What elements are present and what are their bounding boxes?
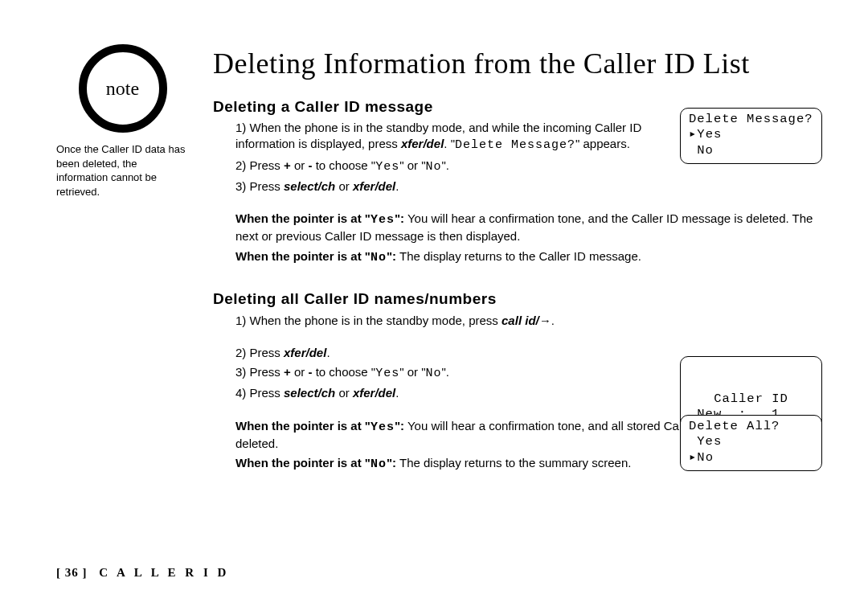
lcd-delete-message: Delete Message? ▸Yes No xyxy=(680,108,822,164)
lcd-line: Caller ID xyxy=(689,392,813,407)
text: . xyxy=(551,314,555,327)
text: ". xyxy=(442,365,450,379)
lcd-text: Yes xyxy=(371,420,395,434)
text: When the pointer is at " xyxy=(235,419,371,433)
text: ". xyxy=(442,158,450,172)
text: When the pointer is at " xyxy=(235,211,371,225)
text: 4) Press xyxy=(235,386,284,400)
text: The display returns to the summary scree… xyxy=(396,456,631,470)
page-title: Deleting Information from the Caller ID … xyxy=(213,44,816,84)
text: 2) Press xyxy=(235,158,284,172)
key-select-ch: select/ch xyxy=(284,386,335,400)
page-number: [ 36 ] xyxy=(56,566,88,579)
text: or xyxy=(291,365,309,379)
text: ": xyxy=(387,249,396,263)
note-text: Once the Caller ID data has been deleted… xyxy=(56,142,189,199)
text: or xyxy=(335,179,353,193)
section-label: C A L L E R I D xyxy=(92,566,229,579)
b-step-1: 1) When the phone is in the standby mode… xyxy=(235,313,816,329)
section-heading-delete-all: Deleting all Caller ID names/numbers xyxy=(213,289,816,310)
a-step-1: 1) When the phone is in the standby mode… xyxy=(235,120,678,154)
text: " or " xyxy=(399,365,425,379)
text: to choose " xyxy=(312,365,375,379)
text: ": xyxy=(395,211,404,225)
key-xfer-del: xfer/del xyxy=(353,179,395,193)
key-plus: + xyxy=(284,365,291,379)
lcd-text: No xyxy=(426,367,442,380)
lcd-text: Yes xyxy=(371,213,395,227)
text: . xyxy=(395,386,399,400)
text: 3) Press xyxy=(235,179,284,193)
key-plus: + xyxy=(284,158,291,172)
text: 1) When the phone is in the standby mode… xyxy=(235,314,502,327)
text: When the pointer is at " xyxy=(235,249,371,263)
page-footer: [ 36 ] C A L L E R I D xyxy=(56,564,229,580)
text: . xyxy=(326,346,330,359)
text: " appears. xyxy=(575,137,630,150)
text: " or " xyxy=(399,158,425,172)
lcd-text: Delete Message? xyxy=(455,138,575,152)
a-step-3: 3) Press select/ch or xfer/del. xyxy=(235,178,816,195)
key-xfer-del: xfer/del xyxy=(284,346,326,359)
text: ": xyxy=(395,419,404,433)
text: or xyxy=(335,386,353,400)
text: ": xyxy=(387,456,396,470)
text: or xyxy=(291,158,309,172)
note-badge-label: note xyxy=(106,76,139,101)
text: 2) Press xyxy=(235,346,284,359)
text: . " xyxy=(444,137,455,150)
key-xfer-del: xfer/del xyxy=(401,137,444,150)
lcd-text: No xyxy=(371,251,387,264)
lcd-delete-all: Delete All? Yes ▸No xyxy=(680,415,822,471)
manual-page: note Once the Caller ID data has been de… xyxy=(0,0,868,611)
a-result-no: When the pointer is at "No": The display… xyxy=(235,248,816,266)
lcd-text: No xyxy=(426,160,442,174)
a-result-yes: When the pointer is at "Yes": You will h… xyxy=(235,211,816,245)
key-call-id: call id/→ xyxy=(502,314,551,327)
lcd-text: Yes xyxy=(375,367,399,380)
text: The display returns to the Caller ID mes… xyxy=(396,249,641,263)
key-xfer-del: xfer/del xyxy=(353,386,395,400)
note-badge: note xyxy=(79,44,167,133)
text: . xyxy=(395,179,399,193)
note-column: note Once the Caller ID data has been de… xyxy=(56,44,189,199)
text: to choose " xyxy=(312,158,375,172)
text: When the pointer is at " xyxy=(235,456,371,470)
key-select-ch: select/ch xyxy=(284,179,335,193)
text: 3) Press xyxy=(235,365,284,379)
lcd-text: Yes xyxy=(375,160,399,174)
lcd-text: No xyxy=(371,457,387,471)
